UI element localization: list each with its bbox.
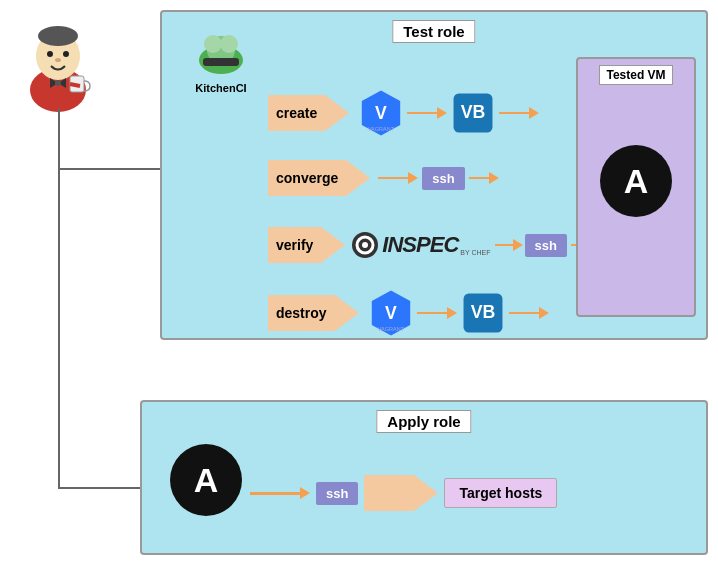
ssh-to-target-arrow [364, 475, 438, 511]
vagrant-icon-1: V VAGRANT [355, 87, 407, 139]
jenkins-vertical-line [58, 108, 60, 488]
create-label: create [268, 95, 325, 131]
svg-text:V: V [385, 303, 397, 323]
apply-role-box: Apply role A ssh Target hosts [140, 400, 708, 555]
vbox-to-tested-arrow-2 [509, 307, 549, 319]
converge-label: converge [268, 160, 346, 196]
verify-row: verify INSPEC BY CHEF ssh [268, 227, 595, 263]
tested-vm-label: Tested VM [599, 65, 672, 85]
create-arrow: create [268, 95, 349, 131]
jenkins-apply-role-line [58, 487, 143, 489]
converge-ssh-badge: ssh [422, 167, 464, 190]
verify-label: verify [268, 227, 321, 263]
verify-ssh-badge: ssh [525, 234, 567, 257]
apply-role-label: Apply role [376, 410, 471, 433]
svg-text:VB: VB [470, 302, 495, 322]
apply-ssh-badge: ssh [316, 482, 358, 505]
create-to-vbox-arrow [407, 107, 447, 119]
converge-arrow-head [346, 160, 370, 196]
inspec-to-ssh-arrow [495, 239, 523, 251]
test-role-label: Test role [392, 20, 475, 43]
svg-rect-14 [203, 58, 239, 66]
virtualbox-icon-1: VB [447, 87, 499, 139]
svg-point-5 [55, 58, 61, 62]
destroy-to-vbox-arrow [417, 307, 457, 319]
destroy-row: destroy V VAGRANT VB [268, 287, 549, 339]
svg-point-2 [38, 26, 78, 46]
converge-arrow: converge [268, 160, 370, 196]
test-role-box: Test role KitchenCI create V VAGRANT [160, 10, 708, 340]
create-arrow-head [325, 95, 349, 131]
svg-text:V: V [375, 103, 387, 123]
destroy-arrow-head [335, 295, 359, 331]
ansible-circle-apply: A [170, 444, 242, 516]
kitchenci-text: KitchenCI [176, 82, 266, 94]
destroy-arrow: destroy [268, 295, 359, 331]
svg-text:VB: VB [461, 102, 486, 122]
create-row: create V VAGRANT VB [268, 87, 539, 139]
target-hosts-badge: Target hosts [444, 478, 557, 508]
virtualbox-icon-2: VB [457, 287, 509, 339]
converge-row: converge ssh [268, 160, 499, 196]
converge-to-ssh-arrow [378, 172, 418, 184]
svg-point-3 [47, 51, 53, 57]
svg-text:VAGRANT: VAGRANT [377, 326, 404, 332]
svg-point-12 [204, 35, 222, 53]
ansible-symbol: A [624, 162, 649, 201]
inspec-text: INSPEC [382, 232, 458, 258]
vbox-to-tested-arrow-1 [499, 107, 539, 119]
svg-point-13 [220, 35, 238, 53]
inspec-bychef: BY CHEF [460, 249, 490, 256]
svg-point-8 [55, 80, 61, 86]
tested-vm-box: Tested VM A [576, 57, 696, 317]
ansible-symbol-apply: A [194, 461, 219, 500]
svg-point-22 [362, 242, 368, 248]
jenkins-figure [18, 18, 98, 108]
ansible-circle-tested-vm: A [600, 145, 672, 217]
destroy-label: destroy [268, 295, 335, 331]
inspec-logo: INSPEC BY CHEF [351, 231, 490, 259]
svg-text:VAGRANT: VAGRANT [368, 126, 395, 132]
ssh-to-ansible-arrow [469, 172, 499, 184]
ansible-to-ssh-arrow [250, 487, 310, 499]
jenkins-test-role-line [58, 168, 168, 170]
vagrant-icon-2: V VAGRANT [365, 287, 417, 339]
verify-arrow-head [321, 227, 345, 263]
inspec-circle-icon [351, 231, 379, 259]
svg-point-4 [63, 51, 69, 57]
ansible-to-ssh-row: ssh Target hosts [250, 475, 557, 511]
kitchenci-logo-icon [193, 30, 249, 76]
kitchenci-area: KitchenCI [176, 30, 266, 94]
verify-arrow: verify [268, 227, 345, 263]
